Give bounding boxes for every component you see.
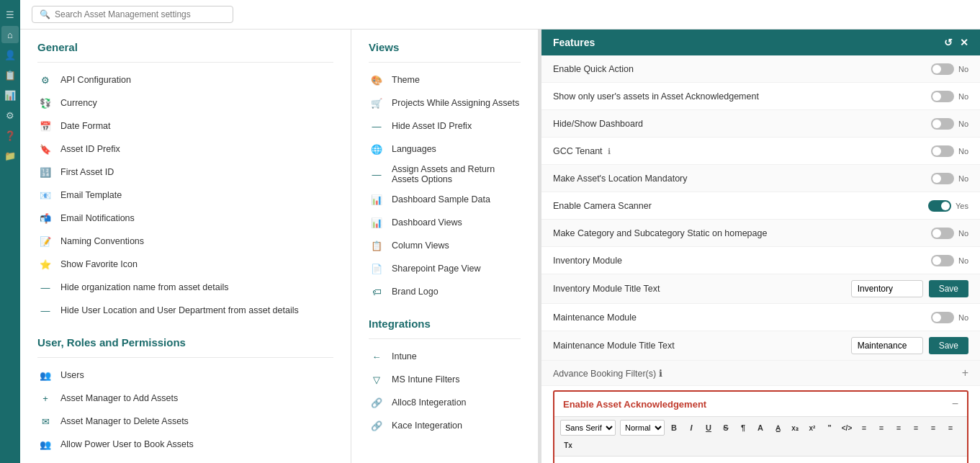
inventory-title-input[interactable]	[851, 280, 923, 297]
settings-item-alloc8[interactable]: 🔗 Alloc8 Integeration	[369, 391, 521, 414]
kace-label: Kace Integeration	[392, 421, 462, 431]
camera-scanner-toggle[interactable]	[928, 200, 951, 212]
intune-icon: ←	[369, 349, 385, 364]
show-user-assets-toggle[interactable]	[931, 91, 954, 102]
maintenance-title-input[interactable]	[851, 337, 923, 354]
dashboard-sample-label: Dashboard Sample Data	[392, 194, 490, 204]
sharepoint-icon: 📄	[369, 261, 385, 277]
camera-scanner-toggle-wrapper: Yes	[928, 200, 968, 212]
category-static-label: Make Category and Subcategory Static on …	[553, 228, 931, 238]
settings-item-asset-manager-delete[interactable]: ✉ Asset Manager to Delete Assets	[37, 410, 333, 433]
gcc-tenant-toggle[interactable]	[931, 145, 954, 157]
superscript-button[interactable]: x²	[804, 420, 820, 436]
settings-item-email-template[interactable]: 📧 Email Template	[37, 184, 333, 207]
users-label: Users	[60, 370, 84, 380]
settings-item-dashboard-sample[interactable]: 📊 Dashboard Sample Data	[369, 188, 521, 211]
advance-booking-text: Advance Booking Filter(s)	[553, 369, 656, 379]
location-mandatory-toggle[interactable]	[931, 173, 954, 184]
show-user-assets-toggle-label: No	[958, 92, 968, 101]
settings-item-asset-manager-add[interactable]: + Asset Manager to Add Assets	[37, 387, 333, 410]
outdent-button[interactable]: ≡	[943, 420, 958, 436]
settings-item-power-user-book[interactable]: 👥 Allow Power User to Book Assets	[37, 433, 333, 456]
settings-item-intune[interactable]: ← Intune	[369, 345, 521, 368]
align-left-button[interactable]: ≡	[856, 420, 872, 436]
highlight-button[interactable]: A̲	[770, 420, 786, 436]
asset-id-prefix-icon: 🔖	[37, 141, 53, 157]
category-static-toggle[interactable]	[931, 228, 954, 239]
underline-button[interactable]: U	[701, 420, 716, 436]
kace-icon: 🔗	[369, 418, 385, 433]
settings-item-brand-logo[interactable]: 🏷 Brand Logo	[369, 280, 521, 303]
refresh-icon[interactable]: ↺	[944, 37, 953, 48]
align-center-button[interactable]: ≡	[873, 420, 889, 436]
bold-button[interactable]: B	[666, 420, 682, 436]
asset-ack-collapse-icon[interactable]: −	[952, 397, 958, 410]
code-button[interactable]: </>	[839, 420, 855, 436]
settings-item-show-favorite[interactable]: ⭐ Show Favorite Icon	[37, 253, 333, 276]
settings-item-hide-asset-id[interactable]: — Hide Asset ID Prefix	[369, 114, 521, 138]
font-color-button[interactable]: A	[752, 420, 768, 436]
font-size-select[interactable]: Normal	[620, 420, 665, 436]
maintenance-module-toggle[interactable]	[931, 312, 954, 323]
feature-row-category-static: Make Category and Subcategory Static on …	[541, 220, 980, 247]
sidebar-home-icon[interactable]: ⌂	[1, 26, 19, 43]
strikethrough-button[interactable]: S	[718, 420, 734, 436]
feature-row-maintenance-module: Maintenance Module No	[541, 304, 980, 331]
paragraph-button[interactable]: ¶	[735, 420, 751, 436]
align-right-button[interactable]: ≡	[891, 420, 907, 436]
inventory-title-save-button[interactable]: Save	[929, 280, 968, 297]
advance-booking-info-icon: ℹ	[659, 369, 662, 379]
settings-item-projects[interactable]: 🛒 Projects While Assigning Assets	[369, 91, 521, 114]
search-input[interactable]	[55, 9, 225, 19]
sidebar-list-icon[interactable]: 📋	[1, 66, 19, 84]
settings-item-assign-return[interactable]: — Assign Assets and Return Assets Option…	[369, 161, 521, 188]
settings-item-email-notifications[interactable]: 📬 Email Notifications	[37, 207, 333, 230]
sidebar-settings-icon[interactable]: ⚙	[1, 107, 19, 124]
justify-button[interactable]: ≡	[908, 420, 924, 436]
theme-label: Theme	[392, 75, 420, 85]
email-notifications-label: Email Notifications	[60, 213, 135, 223]
settings-item-languages[interactable]: 🌐 Languages	[369, 138, 521, 161]
settings-item-date-format[interactable]: 📅 Date Format	[37, 114, 333, 138]
settings-item-users[interactable]: 👥 Users	[37, 364, 333, 387]
sidebar-folder-icon[interactable]: 📁	[1, 147, 19, 164]
settings-item-hide-org[interactable]: — Hide organization name from asset deta…	[37, 276, 333, 299]
sidebar-user-icon[interactable]: 👤	[1, 46, 19, 63]
category-static-toggle-wrapper: No	[931, 228, 968, 239]
settings-item-currency[interactable]: 💱 Currency	[37, 91, 333, 114]
blockquote-button[interactable]: "	[822, 420, 837, 436]
settings-item-hide-user-loc[interactable]: — Hide User Location and User Department…	[37, 299, 333, 322]
sidebar-chart-icon[interactable]: 📊	[1, 86, 19, 104]
close-icon[interactable]: ✕	[960, 37, 968, 48]
languages-label: Languages	[392, 144, 436, 154]
subscript-button[interactable]: x₂	[787, 420, 803, 436]
inventory-module-toggle[interactable]	[931, 255, 954, 266]
quick-action-toggle[interactable]	[931, 63, 954, 75]
advance-booking-plus-icon[interactable]: +	[962, 367, 968, 379]
sidebar-menu-icon[interactable]: ☰	[1, 6, 19, 23]
settings-item-select-approver[interactable]: 👥 Allow Users to Select Approver to Book…	[37, 456, 333, 463]
indent-button[interactable]: ≡	[925, 420, 941, 436]
features-title: Features	[553, 37, 595, 48]
settings-item-api[interactable]: ⚙ API Configuration	[37, 68, 333, 91]
settings-item-theme[interactable]: 🎨 Theme	[369, 68, 521, 91]
settings-item-sharepoint[interactable]: 📄 Sharepoint Page View	[369, 257, 521, 280]
sidebar-help-icon[interactable]: ❓	[1, 127, 19, 144]
search-bar: 🔍	[20, 0, 980, 30]
hide-asset-id-label: Hide Asset ID Prefix	[392, 121, 472, 131]
rich-text-content[interactable]: I accept the terms and conditions.	[554, 457, 967, 463]
maintenance-title-save-button[interactable]: Save	[929, 337, 968, 354]
views-section-title: Views	[369, 41, 521, 53]
hide-show-dashboard-toggle[interactable]	[931, 118, 954, 130]
settings-item-ms-intune[interactable]: ▽ MS Intune Filters	[369, 368, 521, 391]
settings-item-dashboard-views[interactable]: 📊 Dashboard Views	[369, 211, 521, 234]
settings-item-asset-id-prefix[interactable]: 🔖 Asset ID Prefix	[37, 138, 333, 161]
settings-item-column-views[interactable]: 📋 Column Views	[369, 234, 521, 257]
settings-item-first-asset-id[interactable]: 🔢 First Asset ID	[37, 161, 333, 184]
settings-item-kace[interactable]: 🔗 Kace Integeration	[369, 414, 521, 437]
font-family-select[interactable]: Sans Serif	[560, 420, 616, 436]
clear-format-button[interactable]: Tx	[560, 437, 576, 453]
italic-button[interactable]: I	[683, 420, 699, 436]
settings-item-naming-conventions[interactable]: 📝 Naming Conventions	[37, 230, 333, 253]
currency-icon: 💱	[37, 95, 53, 111]
